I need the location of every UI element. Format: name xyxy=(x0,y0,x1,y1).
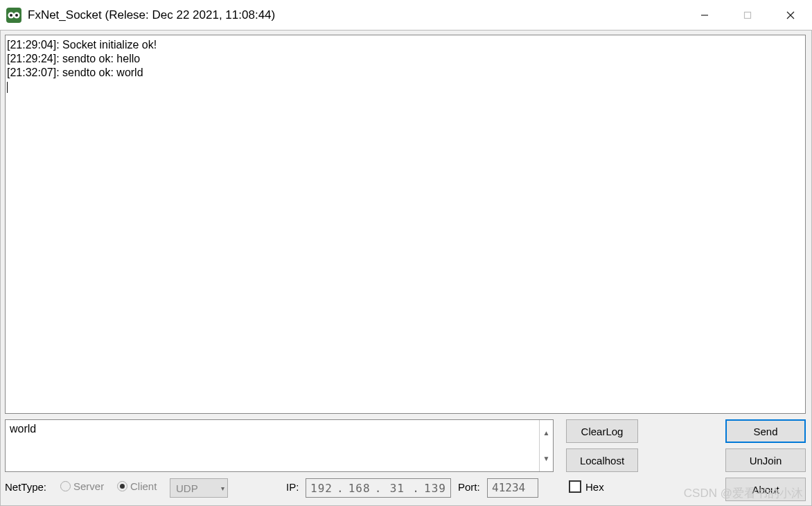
log-line: [21:29:24]: sendto ok: hello xyxy=(7,53,140,64)
ip-octet: 31 xyxy=(382,482,412,495)
message-input[interactable] xyxy=(6,420,539,471)
window-title: FxNet_Socket (Relese: Dec 22 2021, 11:08… xyxy=(28,8,275,22)
ip-input[interactable]: 192. 168. 31. 139 xyxy=(306,478,451,498)
protocol-value: UDP xyxy=(176,482,198,494)
ip-label: IP: xyxy=(286,481,299,493)
send-button[interactable]: Send xyxy=(725,419,806,443)
hex-checkbox[interactable]: Hex xyxy=(569,480,604,493)
log-line: [21:29:04]: Socket initialize ok! xyxy=(7,39,157,51)
log-textarea[interactable]: [21:29:04]: Socket initialize ok! [21:29… xyxy=(5,35,806,414)
app-icon xyxy=(6,7,22,24)
message-input-container: ▲ ▼ xyxy=(5,419,554,472)
port-label: Port: xyxy=(458,481,480,493)
scroll-up-icon[interactable]: ▲ xyxy=(540,420,553,446)
radio-icon xyxy=(117,481,127,491)
nettype-server-radio[interactable]: Server xyxy=(60,480,104,492)
localhost-button[interactable]: Localhost xyxy=(566,448,638,472)
checkbox-icon xyxy=(569,480,581,493)
clearlog-button[interactable]: ClearLog xyxy=(566,419,638,443)
ip-octet: 139 xyxy=(420,482,450,495)
unjoin-button[interactable]: UnJoin xyxy=(725,448,806,472)
protocol-dropdown[interactable]: UDP ▾ xyxy=(170,478,228,498)
nettype-label: NetType: xyxy=(5,481,46,493)
client-area: [21:29:04]: Socket initialize ok! [21:29… xyxy=(0,30,812,506)
svg-point-4 xyxy=(15,14,18,17)
minimize-button[interactable] xyxy=(683,0,726,30)
nettype-client-radio[interactable]: Client xyxy=(117,480,157,492)
window-buttons xyxy=(683,0,812,30)
scroll-down-icon[interactable]: ▼ xyxy=(540,446,553,471)
message-scrollbar[interactable]: ▲ ▼ xyxy=(539,420,553,471)
maximize-button[interactable] xyxy=(726,0,769,30)
svg-point-3 xyxy=(10,14,12,17)
about-button[interactable]: About xyxy=(725,478,806,501)
close-button[interactable] xyxy=(769,0,812,30)
ip-octet: 192 xyxy=(306,482,337,495)
svg-rect-6 xyxy=(745,12,751,18)
radio-label: Client xyxy=(130,480,157,492)
radio-label: Server xyxy=(73,480,104,492)
titlebar: FxNet_Socket (Relese: Dec 22 2021, 11:08… xyxy=(0,0,812,30)
text-caret xyxy=(7,82,8,93)
radio-icon xyxy=(60,481,71,491)
hex-label: Hex xyxy=(585,481,604,493)
chevron-down-icon: ▾ xyxy=(221,485,224,492)
log-line: [21:32:07]: sendto ok: world xyxy=(7,67,143,78)
ip-octet: 168 xyxy=(344,482,375,495)
port-input[interactable]: 41234 xyxy=(487,478,538,498)
